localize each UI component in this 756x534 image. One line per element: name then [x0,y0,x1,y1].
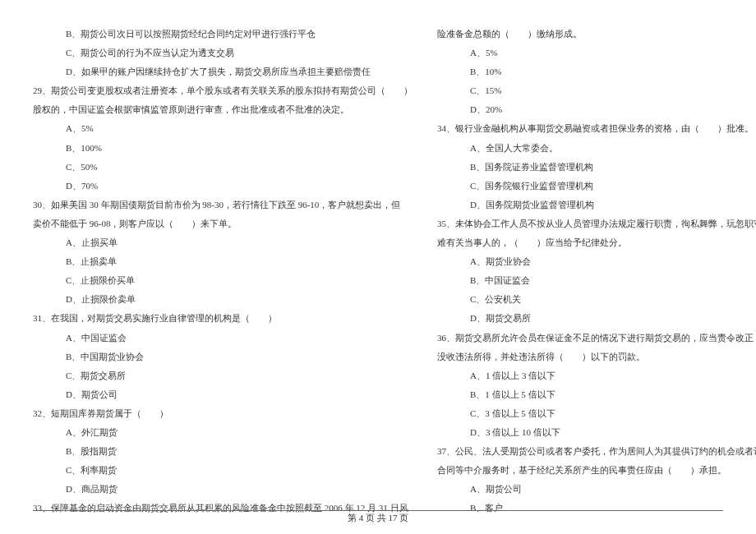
text-line: 37、公民、法人受期货公司或者客户委托，作为居间人为其提供订约的机会或者订立期货… [437,442,756,461]
text-line: D、70% [33,177,413,196]
text-line: D、国务院期货业监督管理机构 [437,196,756,214]
text-line: 没收违法所得，并处违法所得（ ）以下的罚款。 [437,348,756,366]
text-line: D、商品期货 [33,480,413,499]
text-line: 股权的，中国证监会根据审慎监管原则进行审查，作出批准或者不批准的决定。 [33,100,413,119]
text-line: A、5% [437,44,756,62]
text-line: A、外汇期货 [33,423,413,442]
text-line: A、中国证监会 [33,329,413,348]
text-line: B、中国期货业协会 [33,348,413,366]
text-line: B、期货公司次日可以按照期货经纪合同约定对甲进行强行平仓 [33,25,413,44]
text-line: 险准备金总额的（ ）缴纳形成。 [437,25,756,44]
text-line: A、止损买单 [33,233,413,252]
text-line: B、止损卖单 [33,252,413,271]
right-column: 险准备金总额的（ ）缴纳形成。A、5%B、10%C、15%D、20%34、银行业… [437,25,756,501]
text-line: 卖价不能低于 96-08，则客户应以（ ）来下单。 [33,214,413,233]
page-content: B、期货公司次日可以按照期货经纪合同约定对甲进行强行平仓C、期货公司的行为不应当… [33,25,723,501]
text-line: C、公安机关 [437,290,756,309]
text-line: D、20% [437,100,756,119]
text-line: 30、如果美国 30 年期国债期货目前市价为 98-30，若行情往下跌至 96-… [33,196,413,214]
text-line: B、中国证监会 [437,271,756,290]
text-line: A、期货公司 [437,480,756,499]
text-line: A、全国人大常委会。 [437,139,756,158]
text-line: D、如果甲的账户因继续持仓扩大了损失，期货交易所应当承担主要赔偿责任 [33,62,413,81]
text-line: B、国务院证券业监督管理机构 [437,158,756,177]
text-line: 34、银行业金融机构从事期货交易融资或者担保业务的资格，由（ ）批准。 [437,119,756,138]
text-line: 36、期货交易所允许会员在保证金不足的情况下进行期货交易的，应当责令改正，给予警… [437,329,756,348]
text-line: D、3 倍以上 10 倍以下 [437,423,756,442]
text-line: 难有关当事人的，（ ）应当给予纪律处分。 [437,233,756,252]
text-line: C、3 倍以上 5 倍以下 [437,404,756,423]
text-line: A、1 倍以上 3 倍以下 [437,366,756,385]
text-line: C、15% [437,81,756,100]
text-line: 32、短期国库券期货属于（ ） [33,404,413,423]
text-line: C、利率期货 [33,461,413,480]
text-line: C、50% [33,158,413,177]
left-column: B、期货公司次日可以按照期货经纪合同约定对甲进行强行平仓C、期货公司的行为不应当… [33,25,413,501]
text-line: C、期货公司的行为不应当认定为透支交易 [33,44,413,62]
text-line: 合同等中介服务时，基于经纪关系所产生的民事责任应由（ ）承担。 [437,461,756,480]
text-line: C、止损限价买单 [33,271,413,290]
footer-divider [33,510,723,511]
text-line: B、10% [437,62,756,81]
text-line: B、100% [33,139,413,158]
text-line: B、1 倍以上 5 倍以下 [437,385,756,404]
text-line: 35、未体协会工作人员不按从业人员管理办法规定履行职责，徇私舞弊，玩忽职守或者故… [437,214,756,233]
page-footer: 第 4 页 共 17 页 [0,512,756,524]
text-line: C、国务院银行业监督管理机构 [437,177,756,196]
text-line: D、期货交易所 [437,309,756,328]
text-line: A、5% [33,119,413,138]
text-line: B、股指期货 [33,442,413,461]
text-line: 29、期货公司变更股权或者注册资本，单个股东或者有关联关系的股东拟持有期货公司（… [33,81,413,100]
text-line: 31、在我国，对期货交易实施行业自律管理的机构是（ ） [33,309,413,328]
text-line: A、期货业协会 [437,252,756,271]
text-line: D、止损限价卖单 [33,290,413,309]
text-line: D、期货公司 [33,385,413,404]
text-line: C、期货交易所 [33,366,413,385]
